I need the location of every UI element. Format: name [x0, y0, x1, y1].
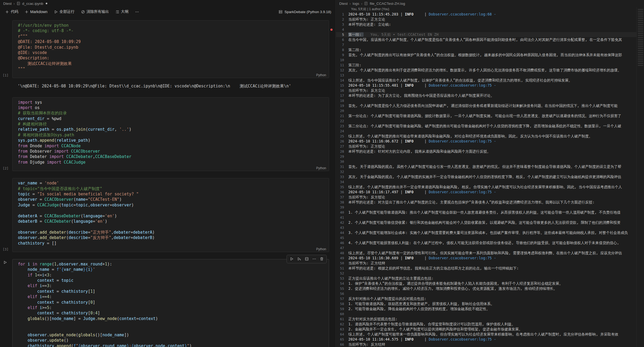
log-line[interactable]: 443. 个人破产制度可能增加社会成本: 实施个人破产制度需要耗费大量司法资源和…: [336, 230, 637, 235]
minimap[interactable]: [637, 7, 644, 347]
log-editor[interactable]: You, 5天前 | 1 author (You) 12024-05-10 11…: [336, 7, 637, 347]
kernel-picker[interactable]: SparkDebate (Python 3.9.18): [279, 10, 331, 14]
code-line[interactable]: context = chathistory[0:4]: [18, 310, 325, 316]
code-line[interactable]: from Dnode import CCACNode: [18, 143, 325, 149]
log-line[interactable]: 12024-05-10 11:15:45.203 | INFO | Dobser…: [336, 12, 637, 17]
code-line[interactable]: @File: Dtest\d_ccac.ipynb: [18, 45, 325, 50]
log-line[interactable]: 2当前环节为: 正方立论: [336, 17, 637, 22]
log-line[interactable]: 422. 个人破产制度可能导致信贷收紧: 银行和其他金融机构可能会对个人贷款收紧…: [336, 220, 637, 225]
code-line[interactable]: # 将相对路径添加到sys.path: [18, 132, 325, 138]
outline-button[interactable]: 大纲: [113, 8, 131, 15]
log-line[interactable]: 27当前环节为: 正方驳论: [336, 144, 637, 149]
breadcrumb-item-folder[interactable]: Dtest: [3, 2, 12, 6]
log-line[interactable]: 21第一分论点: 个人破产制度可能导致道德风险。据统计数据显示, 一旦个人破产制…: [336, 113, 637, 118]
code-line[interactable]: from Djudge import CCACJudge: [18, 160, 325, 165]
log-line[interactable]: 37当前环节为: 反方驳论: [336, 195, 637, 200]
log-line[interactable]: 8第二段:: [336, 47, 637, 52]
log-line[interactable]: 652024-05-10 11:16:44.575 | INFO | Dobse…: [336, 337, 637, 342]
code-line[interactable]: context = chathistory[0]: [18, 300, 325, 305]
log-line[interactable]: 51本环节的论述是: 根据之前的环节信息, 我将站在正方的立场总结双方之前的论点…: [336, 266, 637, 271]
code-line[interactable]: from Dobserver import CCACObserver: [18, 149, 325, 154]
breadcrumb-item-file[interactable]: file_CCACTest-ZH.log: [370, 2, 405, 6]
code-line[interactable]: [18, 208, 325, 213]
log-line[interactable]: 60: [336, 311, 637, 317]
log-line[interactable]: 50当前环节为: 正方结辩: [336, 261, 637, 266]
cell-code[interactable]: import sysimport os# 获取当前脚本所在的目录current_…: [13, 98, 329, 166]
code-line[interactable]: #!/usr/bin/env python: [18, 23, 325, 28]
code-line[interactable]: 测试CCACi论辩评测效果: [18, 61, 325, 66]
log-line[interactable]: 262024-05-10 11:16:06.672 | INFO | Dobse…: [336, 139, 637, 144]
code-line[interactable]: Judge = CCACJudge(topic=topic,observer=o…: [18, 202, 325, 208]
code-line[interactable]: [18, 321, 325, 327]
code-line[interactable]: globals()[node_name] = Judge.new_node(co…: [18, 316, 325, 321]
code-line[interactable]: debaterA = CCACBaseDebater(language='en'…: [18, 213, 325, 219]
code-line[interactable]: # 获取当前脚本所在的目录: [18, 110, 325, 116]
code-line[interactable]: # -*- coding: utf-8 -*-: [18, 28, 325, 33]
run-all-button[interactable]: 全部运行: [52, 8, 77, 15]
log-line[interactable]: 33其次, 关于金融风险的观点, 个人破产制度的实施并不一定会导致金融机构对个人…: [336, 174, 637, 179]
log-line[interactable]: 541. 保护“良善债务人”的合法权益, 通过提供合理的债务豁免机制避免个人陷入…: [336, 281, 637, 286]
notebook-cell[interactable]: for i in range(1,observer.max_round+1): …: [12, 259, 329, 347]
gitlens-authors-codelens[interactable]: You, 5天前 | 1 author (You): [351, 7, 637, 12]
breadcrumb-item-file[interactable]: d_ccac.ipynb: [22, 2, 43, 6]
log-line[interactable]: 61正方针对反方的反驳观点包括:: [336, 317, 637, 322]
log-line[interactable]: 621. 道德风险并不代表整个制度会导致道德风险, 合理监管和制度设计可以防范滥…: [336, 322, 637, 327]
log-line[interactable]: 4: [336, 27, 637, 32]
run-below-icon[interactable]: [296, 256, 303, 262]
cell-code[interactable]: for i in range(1,observer.max_round+1): …: [13, 259, 329, 347]
add-markdown-cell-button[interactable]: Markdown: [22, 9, 50, 15]
code-line[interactable]: [18, 224, 325, 229]
code-line[interactable]: # 构建相对路径: [18, 121, 325, 127]
cell-language-label[interactable]: Python: [316, 73, 326, 77]
notebook-cell[interactable]: #!/usr/bin/env python# -*- coding: utf-8…: [12, 20, 329, 78]
code-line[interactable]: context = topic: [18, 278, 325, 283]
code-line[interactable]: observer = CCACObserver(name="CCACTest-E…: [18, 197, 325, 202]
log-line[interactable]: 52: [336, 271, 637, 276]
log-line[interactable]: 29: [336, 154, 637, 159]
code-line[interactable]: @IDE: vscode: [18, 50, 325, 55]
log-line[interactable]: 45: [336, 235, 637, 240]
log-line[interactable]: 57反方针对推出个人破产制度提出的反对观点包括:: [336, 296, 637, 301]
code-line[interactable]: observer.update(): [18, 338, 325, 343]
code-line[interactable]: [18, 327, 325, 332]
notebook-cell[interactable]: var_name = 'node'# topic="当今中国是否该推出个人破产制…: [12, 178, 329, 252]
code-line[interactable]: observer.update_node(globals()[node_name…: [18, 332, 325, 338]
log-line[interactable]: 6在当今中国, 应该推出个人破产制度。个人破产制度是指在“良善债务人”因各种原因…: [336, 37, 637, 42]
add-code-cell-button[interactable]: 代码: [3, 8, 21, 15]
log-line[interactable]: 48综上所述, 尽管个人破产制度有一定的合理性和可行性, 但其实施可能会带来一系…: [336, 250, 637, 256]
log-line[interactable]: 64综上所述, 个人破产制度可能带来一些负面影响和风险, 但合理实施可以为社会经…: [336, 332, 637, 337]
code-line[interactable]: from Debater import CCACDebater,CCACBase…: [18, 154, 325, 159]
code-line[interactable]: chathistory = []: [18, 241, 325, 246]
code-line[interactable]: import os: [18, 105, 325, 110]
code-line[interactable]: observer.add_debater(describe="反方辩手",deb…: [18, 235, 325, 240]
clear-all-outputs-button[interactable]: 清除所有输出: [79, 8, 111, 15]
cell-language-label[interactable]: Python: [316, 247, 326, 251]
log-line[interactable]: 38本环节的论述是: 对方提出了推出个人破产制度的立论, 主要观点包括保护“良善…: [336, 200, 637, 205]
cell-code[interactable]: var_name = 'node'# topic="当今中国是否该推出个人破产制…: [13, 178, 329, 246]
log-line[interactable]: 16当前环节为: 反方立论: [336, 88, 637, 93]
code-line[interactable]: # topic="当今中国是否该推出个人破产制度": [18, 186, 325, 191]
log-line[interactable]: 18: [336, 98, 637, 103]
breadcrumb-item-subfolder[interactable]: logs: [353, 2, 359, 6]
log-line[interactable]: 31首先, 关于道德风险的观点, 虽然个人破产制度可能会引发一些人恶意透支、故意…: [336, 164, 637, 169]
log-line[interactable]: 25综上所述, 个人破产制度的推出可能会带来道德风险和金融风险, 对社会和经济环…: [336, 134, 637, 139]
code-line[interactable]: current_dir = %pwd: [18, 116, 325, 121]
more-actions-button[interactable]: [133, 9, 141, 15]
code-line[interactable]: node_name = f'{var_name}{i}': [18, 267, 325, 272]
code-line[interactable]: @DATE: 2024-05-08 10:09:29: [18, 39, 325, 44]
log-line[interactable]: 17本环节的论述是: 为了反方立论, 我将围绕当今中国是否应该推出个人破产制度展…: [336, 93, 637, 98]
code-line[interactable]: chathistory.append(f"{observer.round_nam…: [18, 343, 325, 347]
log-line[interactable]: 35综上所述, 个人破产制度的推出并不一定会带来道德风险和金融风险, 相反, 合…: [336, 184, 637, 190]
log-line[interactable]: 23第二分论点: 个人破产制度可能导致金融风险。破产制度的推出可能会导致金融机构…: [336, 124, 637, 129]
log-line[interactable]: 10: [336, 57, 637, 63]
code-line[interactable]: r""": [18, 34, 325, 39]
log-line[interactable]: 22: [336, 118, 637, 124]
code-line[interactable]: observer.add_debater(describe="正方辩手",deb…: [18, 230, 325, 235]
log-line[interactable]: 464. 个人破产制度可能损害债权人利益: 在个人破产过程中, 债权人可能无法获…: [336, 240, 637, 245]
code-line[interactable]: for i in range(1,observer.max_round+1):: [18, 261, 325, 267]
cell-language-label[interactable]: Python: [316, 166, 326, 170]
log-line[interactable]: 39: [336, 205, 637, 210]
code-line[interactable]: relative_path = os.path.join(current_dir…: [18, 127, 325, 132]
run-icon[interactable]: [288, 256, 295, 262]
code-line[interactable]: import sys: [18, 100, 325, 105]
